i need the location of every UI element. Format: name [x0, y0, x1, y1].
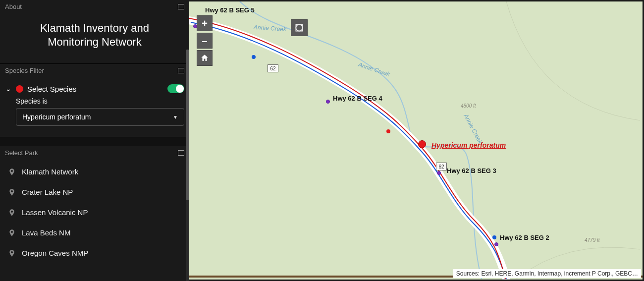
map-pin-icon — [8, 249, 16, 257]
map-canvas[interactable]: + – Annie Creek Annie Creek — [189, 1, 643, 280]
species-filter-panel: Species Filter ⌄ Select Species Species … — [0, 64, 189, 137]
contour-label: 4779 ft — [585, 237, 600, 243]
sidebar: About Klamath Inventory and Monitoring N… — [0, 0, 189, 281]
caret-down-icon: ▼ — [173, 114, 178, 120]
species-select-value: Hypericum perforatum — [22, 113, 91, 121]
park-item[interactable]: Lassen Volcanic NP — [0, 202, 189, 223]
select-species-row[interactable]: ⌄ Select Species — [5, 84, 184, 93]
segment-label: Hwy 62 B SEG 5 — [205, 6, 255, 14]
park-list: Klamath Network Crater Lake NP Lassen Vo… — [0, 160, 189, 265]
species-marker-icon — [16, 85, 23, 93]
zoom-out-button[interactable]: – — [197, 33, 213, 49]
map-zoom-controls: + – — [197, 15, 213, 66]
hwy-shield: 62 — [268, 64, 278, 72]
hwy-shield: 62 — [436, 163, 447, 170]
contour-label: 4800 ft — [461, 103, 476, 109]
map-point-blue[interactable] — [252, 55, 256, 59]
map-pin-icon — [8, 188, 16, 196]
park-item[interactable]: Klamath Network — [0, 162, 189, 182]
about-panel-header[interactable]: About — [0, 0, 189, 13]
map-pin-icon — [8, 168, 16, 176]
map-pin-icon — [8, 229, 16, 237]
about-panel-title: About — [5, 3, 22, 10]
sidebar-scrollbar[interactable] — [186, 50, 189, 281]
collapse-icon[interactable] — [178, 4, 184, 9]
park-item-label: Oregon Caves NMP — [22, 249, 88, 257]
park-item-label: Lassen Volcanic NP — [22, 208, 88, 217]
species-filter-body: ⌄ Select Species Species is Hypericum pe… — [0, 77, 189, 137]
about-panel: About Klamath Inventory and Monitoring N… — [0, 0, 189, 64]
basemap-icon — [294, 23, 304, 33]
park-item[interactable]: Lava Beds NM — [0, 223, 189, 243]
map-attribution: Sources: Esri, HERE, Garmin, Intermap, i… — [453, 269, 641, 278]
park-item-label: Lava Beds NM — [22, 228, 70, 237]
species-callout-label[interactable]: Hypericum perforatum — [431, 141, 506, 149]
species-is-label: Species is — [16, 97, 184, 105]
segment-label: Hwy 62 B SEG 4 — [333, 95, 382, 102]
select-species-label: Select Species — [27, 85, 163, 93]
park-item[interactable]: Crater Lake NP — [0, 182, 189, 202]
basemap-toggle-button[interactable] — [291, 19, 308, 36]
species-marker[interactable] — [418, 140, 426, 148]
home-icon — [200, 54, 209, 62]
section-gap — [0, 137, 189, 146]
app-title: Klamath Inventory and Monitoring Network — [5, 17, 184, 56]
collapse-icon[interactable] — [178, 68, 184, 73]
segment-label: Hwy 62 B SEG 3 — [447, 167, 496, 174]
select-park-header[interactable]: Select Park — [0, 146, 189, 160]
map-svg-layer — [189, 1, 643, 280]
park-item-label: Klamath Network — [22, 168, 78, 176]
select-park-panel: Select Park Klamath Network Crater Lake … — [0, 146, 189, 265]
segment-label: Hwy 62 B SEG 2 — [500, 234, 549, 241]
map-pin-icon — [8, 209, 16, 217]
map-point-purple[interactable] — [437, 171, 441, 175]
map-point-purple[interactable] — [494, 242, 498, 246]
app-root: About Klamath Inventory and Monitoring N… — [0, 0, 644, 281]
species-filter-header[interactable]: Species Filter — [0, 64, 189, 77]
park-item-label: Crater Lake NP — [22, 188, 73, 196]
species-select[interactable]: Hypericum perforatum ▼ — [16, 108, 184, 126]
select-park-title: Select Park — [5, 149, 38, 157]
species-toggle[interactable] — [167, 84, 184, 93]
park-item[interactable]: Oregon Caves NMP — [0, 243, 189, 263]
collapse-icon[interactable] — [178, 150, 184, 156]
chevron-down-icon: ⌄ — [5, 85, 12, 93]
about-panel-body: Klamath Inventory and Monitoring Network — [0, 13, 189, 63]
map-point-red[interactable] — [386, 129, 390, 133]
home-extent-button[interactable] — [197, 50, 213, 66]
map-point-blue[interactable] — [492, 235, 496, 239]
map-point-purple[interactable] — [326, 100, 330, 104]
zoom-in-button[interactable]: + — [197, 15, 213, 31]
species-filter-title: Species Filter — [5, 67, 44, 74]
